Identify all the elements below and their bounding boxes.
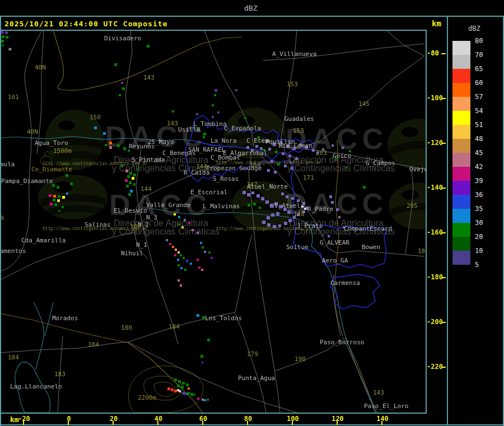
- radar-echo-cell: [121, 82, 123, 84]
- radar-echo-cell: [259, 207, 261, 209]
- place-label: Paso_Borroso: [320, 339, 364, 346]
- x-axis-tick: [337, 421, 338, 425]
- place-label: Soitue: [286, 244, 309, 251]
- y-axis-tick: [441, 232, 446, 233]
- radar-echo-cell: [174, 254, 176, 256]
- radar-echo-cell: [244, 117, 246, 119]
- legend-value: 35: [475, 205, 483, 213]
- radar-echo-cell: [180, 284, 182, 287]
- radar-echo-cell: [267, 223, 270, 227]
- x-axis-label: 40: [152, 415, 165, 423]
- x-axis-tick: [113, 421, 114, 425]
- y-axis-tick: [441, 53, 446, 54]
- route-number-label: 145: [358, 101, 370, 107]
- radar-echo-cell: [128, 193, 131, 196]
- radar-echo-cell: [70, 182, 73, 185]
- radar-echo-cell: [202, 362, 203, 363]
- radar-echo-cell: [127, 175, 130, 178]
- radar-echo-cell: [180, 254, 182, 256]
- place-label: S_Pintada: [132, 157, 165, 163]
- legend-value: 39: [475, 177, 483, 185]
- route-number-label: 101: [8, 94, 19, 101]
- radar-echo-cell: [267, 169, 270, 172]
- radar-echo-cell: [242, 191, 246, 194]
- route-number-label: 184: [88, 341, 99, 348]
- legend-swatch: [452, 111, 470, 125]
- route-number-label: 184: [8, 354, 19, 361]
- x-axis-label: 120: [331, 415, 344, 423]
- place-label: Agua_Toro: [35, 140, 68, 147]
- radar-echo-cell: [328, 235, 330, 237]
- legend-swatch: [452, 195, 470, 209]
- legend-swatch: [452, 83, 470, 97]
- y-axis-tick: [441, 143, 446, 144]
- route-number-label: 143: [143, 74, 155, 81]
- legend-swatch: [452, 55, 470, 69]
- radar-echo-cell: [62, 196, 65, 199]
- radar-echo-cell: [105, 144, 107, 146]
- x-axis-tick: [68, 421, 69, 425]
- place-label: N_3: [146, 214, 157, 221]
- legend-swatch: [452, 139, 470, 153]
- radar-echo-cell: [342, 147, 344, 149]
- place-label: aula: [0, 161, 15, 168]
- radar-echo-cell: [66, 193, 68, 195]
- radar-echo-cell: [346, 166, 348, 168]
- radar-echo-cell: [103, 132, 106, 135]
- x-axis-tick: [247, 421, 248, 425]
- place-label: Goico: [333, 153, 351, 160]
- radar-echo-cell: [271, 213, 274, 217]
- x-axis-label: 140: [376, 415, 389, 423]
- radar-echo-cell: [181, 386, 184, 388]
- route-number-label: 147: [246, 181, 258, 188]
- radar-echo-cell: [174, 378, 177, 381]
- radar-echo-cell: [123, 147, 126, 150]
- radar-app-window: dBZ 2025/10/21 02:44:00 UTC Composite km: [0, 0, 504, 426]
- radar-echo-cell: [302, 202, 305, 205]
- place-label: Punta_Agua: [238, 375, 275, 382]
- radar-map[interactable]: DACCDirección de Agriculturay Contingenc…: [0, 30, 426, 413]
- radar-echo-cell: [291, 197, 294, 200]
- place-label: G_Campos: [366, 160, 395, 167]
- legend-swatch: [452, 153, 470, 167]
- radar-echo-cell: [184, 219, 186, 221]
- radar-echo-cell: [268, 148, 271, 151]
- radar-echo-cell: [198, 266, 200, 269]
- radar-echo-cell: [147, 45, 150, 48]
- radar-echo-cell: [211, 257, 213, 259]
- radar-echo-cell: [178, 279, 180, 282]
- radar-echo-cell: [167, 387, 170, 390]
- radar-echo-cell: [182, 382, 185, 385]
- place-label: Cda_Amarilla: [21, 237, 66, 244]
- route-number-label: 160: [250, 162, 261, 168]
- route-number-label: 205: [407, 203, 418, 209]
- radar-echo-cell: [169, 243, 171, 245]
- radar-echo-cell: [129, 181, 132, 184]
- route-number-label: 40N: [35, 64, 46, 71]
- y-axis-label: -160: [427, 229, 443, 236]
- place-label: C_Bombal: [211, 155, 240, 161]
- radar-echo-cell: [197, 397, 199, 400]
- radar-echo-cell: [207, 399, 209, 401]
- radar-echo-cell: [202, 246, 204, 249]
- route-number-label: 40N: [27, 129, 38, 135]
- radar-echo-cell: [109, 142, 112, 144]
- radar-echo-cell: [331, 201, 334, 204]
- radar-echo-cell: [261, 197, 264, 200]
- radar-echo-cell: [255, 145, 258, 148]
- radar-echo-cell: [50, 203, 53, 205]
- radar-echo-cell: [203, 133, 206, 135]
- place-label: Oveje: [409, 166, 426, 173]
- radar-echo-cell: [281, 193, 284, 195]
- place-label: Guadales: [284, 116, 314, 123]
- radar-echo-cell: [49, 194, 52, 197]
- radar-echo-cell: [94, 127, 97, 129]
- radar-echo-cell: [273, 225, 276, 228]
- radar-echo-cell: [270, 204, 274, 208]
- legend-swatch: [452, 41, 470, 55]
- radar-echo-cell: [235, 89, 237, 91]
- radar-echo-cell: [203, 136, 205, 138]
- radar-echo-cell: [53, 199, 55, 202]
- route-number-label: 179: [247, 351, 258, 358]
- place-label: V_Atuel: [274, 203, 300, 209]
